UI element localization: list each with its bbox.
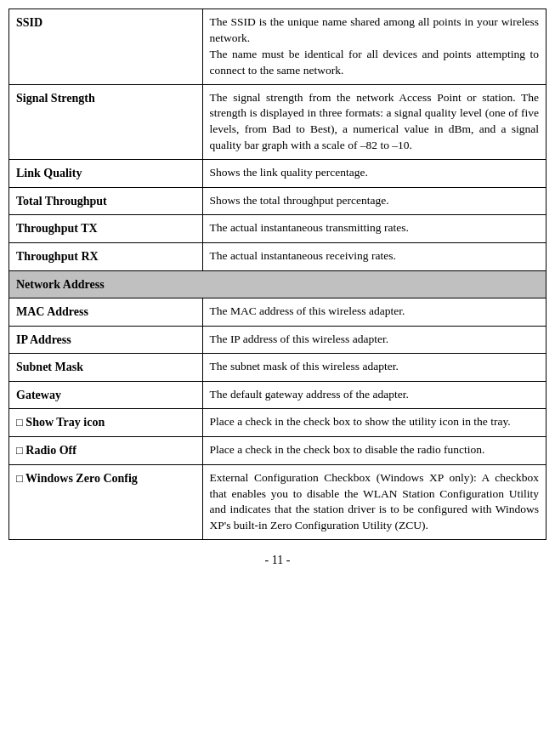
label-cell: Throughput TX: [9, 215, 203, 243]
label-cell: Link Quality: [9, 160, 203, 188]
label-cell: Total Throughput: [9, 187, 203, 215]
desc-cell: The signal strength from the network Acc…: [202, 84, 546, 160]
desc-cell: Place a check in the check box to show t…: [202, 409, 546, 437]
label-cell: Subnet Mask: [9, 354, 203, 382]
label-cell: □ Show Tray icon: [9, 409, 203, 437]
page-number: - 11 -: [265, 554, 291, 567]
label-cell: □ Windows Zero Config: [9, 464, 203, 540]
desc-cell: External Configuration Checkbox (Windows…: [202, 464, 546, 540]
label-cell: SSID: [9, 9, 203, 85]
section-header-network-address: Network Address: [9, 270, 547, 298]
desc-cell: The SSID is the unique name shared among…: [202, 9, 546, 85]
desc-cell: The IP address of this wireless adapter.: [202, 326, 546, 354]
desc-cell: Shows the total throughput percentage.: [202, 187, 546, 215]
desc-cell: The subnet mask of this wireless adapter…: [202, 354, 546, 382]
desc-cell: The actual instantaneous receiving rates…: [202, 242, 546, 270]
desc-cell: The actual instantaneous transmitting ra…: [202, 215, 546, 243]
label-cell: IP Address: [9, 326, 203, 354]
label-cell: MAC Address: [9, 298, 203, 327]
desc-cell: Shows the link quality percentage.: [202, 160, 546, 188]
label-cell: Throughput RX: [9, 242, 203, 270]
desc-cell: The default gateway address of the adapt…: [202, 381, 546, 409]
main-table: SSIDThe SSID is the unique name shared a…: [8, 9, 547, 540]
label-cell: Signal Strength: [9, 84, 203, 160]
desc-cell: Place a check in the check box to disabl…: [202, 437, 546, 465]
label-cell: Gateway: [9, 381, 203, 409]
desc-cell: The MAC address of this wireless adapter…: [202, 298, 546, 327]
label-cell: □ Radio Off: [9, 437, 203, 465]
